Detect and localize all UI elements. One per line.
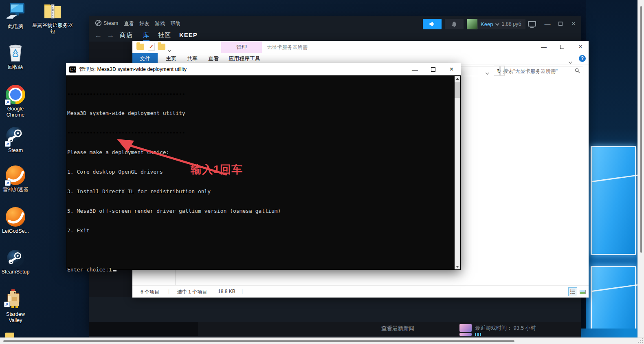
details-view-button[interactable] bbox=[568, 287, 577, 296]
properties-check-icon[interactable]: ✓ bbox=[148, 43, 155, 51]
forward-arrow-icon[interactable]: → bbox=[107, 31, 114, 40]
vertical-scrollbar-thumb[interactable] bbox=[640, 6, 642, 253]
leigod-setup-icon bbox=[6, 207, 25, 227]
steam-icon bbox=[6, 126, 25, 146]
desktop-icon-label: 此电脑 bbox=[0, 24, 31, 30]
item-count: 6 个项目 bbox=[141, 289, 159, 295]
search-icon[interactable] bbox=[575, 68, 580, 75]
chrome-icon bbox=[6, 85, 25, 104]
desktop-icon-stardew-server-zip[interactable]: 星露谷物语服务器包 bbox=[30, 1, 75, 35]
wallpaper-window-pane bbox=[591, 266, 636, 337]
view-latest-news-button[interactable]: 查看最新新闻 bbox=[381, 325, 414, 332]
explorer-minimize-button[interactable]: — bbox=[535, 41, 553, 53]
tab-share[interactable]: 共享 bbox=[182, 53, 202, 64]
menu-view[interactable]: 查看 bbox=[124, 20, 134, 27]
announcements-button[interactable] bbox=[423, 19, 442, 29]
explorer-maximize-button[interactable] bbox=[553, 41, 571, 53]
console-minimize-button[interactable]: — bbox=[406, 63, 424, 75]
ribbon-manage-tab[interactable]: 管理 bbox=[221, 42, 262, 53]
tab-store[interactable]: 商店 bbox=[120, 31, 133, 39]
search-input[interactable] bbox=[501, 68, 575, 74]
console-title: 管理员: Mesa3D system-wide deployment utili… bbox=[79, 66, 187, 73]
desktop-icon-label: LeiGodSe... bbox=[0, 228, 31, 234]
tab-community[interactable]: 社区 bbox=[158, 31, 171, 39]
desktop-icon-label: 回收站 bbox=[0, 64, 31, 71]
console-titlebar[interactable]: C:\ 管理员: Mesa3D system-wide deployment u… bbox=[66, 63, 461, 75]
tab-profile-keep[interactable]: KEEP bbox=[179, 31, 198, 38]
zip-folder-icon bbox=[43, 1, 62, 21]
shortcut-arrow-icon bbox=[5, 141, 11, 147]
user-account-dropdown[interactable]: Keep 1,88 руб bbox=[467, 19, 525, 29]
steam-logo-icon bbox=[95, 20, 101, 28]
desktop-icon-label: 雷神加速器 bbox=[0, 187, 31, 193]
steam-minimize-button[interactable]: — bbox=[542, 19, 553, 29]
separator bbox=[175, 43, 175, 50]
console-maximize-button[interactable] bbox=[424, 63, 442, 75]
menu-games[interactable]: 游戏 bbox=[155, 20, 165, 27]
steam-setup-icon bbox=[7, 249, 24, 267]
big-picture-icon[interactable] bbox=[528, 21, 536, 26]
viewer-resize-grip[interactable] bbox=[638, 338, 644, 344]
menu-friends[interactable]: 好友 bbox=[139, 20, 149, 27]
desktop-icon-google-chrome[interactable]: Google Chrome bbox=[0, 85, 31, 118]
explorer-titlebar: ✓ 管理 无显卡服务器所需 — × bbox=[132, 41, 589, 53]
desktop-icon-recycle-bin[interactable]: 回收站 bbox=[0, 43, 31, 71]
horizontal-scrollbar-thumb[interactable] bbox=[3, 340, 514, 342]
folder-icon[interactable] bbox=[136, 44, 144, 50]
recent-playtime-label: 最近游戏时间： 93.5 小时 bbox=[475, 324, 536, 332]
desktop-icon-steam[interactable]: Steam bbox=[0, 126, 31, 154]
console-scrollbar[interactable] bbox=[455, 76, 460, 269]
address-dropdown-chevron-icon[interactable] bbox=[486, 68, 488, 76]
help-icon[interactable]: ? bbox=[579, 55, 586, 62]
user-name: Keep bbox=[481, 21, 493, 27]
console-text: ------------------------------------- Me… bbox=[67, 77, 281, 286]
menu-help[interactable]: 帮助 bbox=[170, 20, 180, 27]
tab-library[interactable]: 库 bbox=[143, 31, 149, 41]
avatar bbox=[467, 19, 477, 29]
explorer-ribbon-tabs: 文件 主页 共享 查看 应用程序工具 ? bbox=[132, 53, 589, 64]
cmd-icon: C:\ bbox=[69, 66, 76, 73]
scroll-up-icon[interactable] bbox=[455, 76, 460, 82]
viewer-vertical-scrollbar[interactable] bbox=[637, 0, 644, 337]
thumbnail-view-button[interactable] bbox=[578, 287, 587, 296]
new-folder-icon[interactable] bbox=[158, 44, 165, 50]
desktop-icon-steam-setup[interactable]: SteamSetup bbox=[0, 249, 31, 275]
notifications-button[interactable] bbox=[445, 19, 464, 29]
ribbon-collapse-chevron-icon[interactable] bbox=[569, 57, 571, 65]
viewer-horizontal-scrollbar[interactable] bbox=[0, 337, 644, 344]
console-body[interactable]: ------------------------------------- Me… bbox=[66, 75, 461, 270]
console-close-button[interactable]: × bbox=[442, 63, 461, 75]
playtime-bars-icon bbox=[475, 333, 481, 336]
screen: 此电脑 星露谷物语服务器包 回收站 bbox=[0, 0, 644, 344]
steam-maximize-button[interactable] bbox=[555, 19, 566, 29]
qat-customize-dropdown[interactable] bbox=[168, 46, 171, 53]
desktop-icon-leigod-setup[interactable]: LeiGodSe... bbox=[0, 207, 31, 234]
back-arrow-icon[interactable]: ← bbox=[95, 31, 102, 40]
scrollbar-thumb[interactable] bbox=[455, 82, 460, 98]
tab-home[interactable]: 主页 bbox=[161, 53, 181, 64]
game-capsule-thumbnail[interactable] bbox=[459, 324, 472, 332]
explorer-status-bar: 6 个项目 | 选中 1 个项目 18.8 KB | bbox=[132, 285, 589, 298]
stardew-chicken-icon bbox=[5, 289, 26, 310]
wallet-balance: 1,88 руб bbox=[501, 21, 521, 27]
menu-steam[interactable]: Steam bbox=[103, 20, 118, 26]
partial-folder-icon bbox=[5, 333, 14, 337]
tab-view[interactable]: 查看 bbox=[203, 53, 224, 64]
selected-size: 18.8 KB bbox=[218, 289, 235, 294]
this-pc-icon bbox=[6, 2, 25, 22]
game-capsule-thumbnail[interactable] bbox=[459, 333, 472, 336]
wallpaper-window-pane bbox=[591, 146, 636, 255]
separator bbox=[146, 43, 146, 50]
desktop-icon-this-pc[interactable]: 此电脑 bbox=[0, 2, 31, 30]
tab-file[interactable]: 文件 bbox=[132, 53, 158, 64]
desktop-icon-stardew-valley[interactable]: Stardew Valley bbox=[0, 289, 31, 324]
tab-app-tools[interactable]: 应用程序工具 bbox=[225, 53, 264, 64]
library-news-row: 查看最新新闻 最近游戏时间： 93.5 小时 bbox=[89, 322, 581, 336]
steam-close-button[interactable]: × bbox=[568, 19, 579, 29]
separator: | bbox=[168, 289, 169, 294]
desktop-icon-leigod-accelerator[interactable]: 雷神加速器 bbox=[0, 165, 31, 193]
scroll-down-icon[interactable] bbox=[455, 264, 460, 269]
megaphone-icon bbox=[429, 21, 435, 27]
explorer-window-title: 无显卡服务器所需 bbox=[267, 44, 308, 51]
explorer-close-button[interactable]: × bbox=[571, 41, 589, 53]
